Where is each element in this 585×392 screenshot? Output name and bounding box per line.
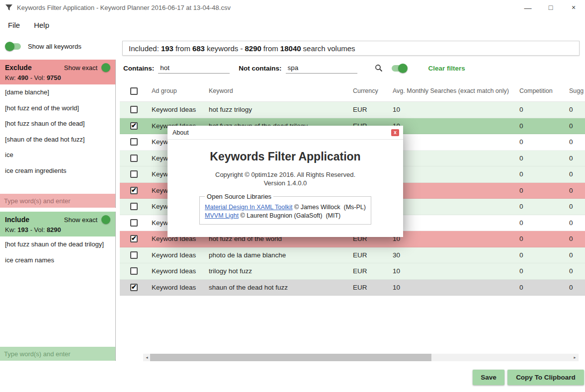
horizontal-scrollbar[interactable]: ◄ ►	[143, 354, 579, 361]
row-checkbox[interactable]: ✔	[130, 187, 138, 194]
include-show-exact-toggle[interactable]	[101, 215, 110, 224]
table-row[interactable]: Keyword Ideas trilogy hot fuzz EUR 10 0 …	[120, 263, 585, 280]
close-button[interactable]: ×	[562, 0, 585, 15]
cell-suggested: 0	[569, 219, 585, 227]
cell-ad-group: Keyword Ideas	[152, 284, 209, 291]
not-contains-input[interactable]	[286, 63, 357, 74]
exclude-input[interactable]	[0, 194, 115, 208]
column-header-keyword[interactable]: Keyword	[209, 87, 353, 94]
maximize-button[interactable]: □	[539, 0, 562, 15]
show-all-keywords-toggle[interactable]	[6, 43, 21, 50]
row-checkbox[interactable]	[130, 219, 138, 227]
cell-currency: EUR	[353, 106, 393, 113]
exclude-list-item[interactable]: [shaun of the dead hot fuzz]	[0, 132, 115, 148]
cell-competition: 0	[519, 251, 569, 259]
row-checkbox-cell	[120, 203, 152, 210]
row-checkbox[interactable]	[130, 106, 138, 113]
row-checkbox[interactable]: ✔	[130, 122, 138, 130]
row-checkbox-cell	[120, 219, 152, 227]
clear-filters-link[interactable]: Clear filters	[428, 65, 465, 72]
table-header: Ad group Keyword Currency Avg. Monthly S…	[120, 80, 585, 102]
cell-keyword: shaun of the dead hot fuzz	[209, 284, 353, 291]
include-panel: Include Show exact Kw: 193 - Vol: 8290 […	[0, 212, 116, 361]
exclude-list-item[interactable]: [hot fuzz shaun of the dead]	[0, 116, 115, 132]
row-checkbox[interactable]: ✔	[130, 235, 138, 242]
exclude-list-item[interactable]: ice	[0, 147, 115, 163]
select-all-checkbox[interactable]	[130, 87, 138, 95]
material-design-toolkit-link[interactable]: Material Design In XAML Toolkit	[205, 204, 292, 211]
status-prefix: Included:	[129, 44, 159, 53]
row-checkbox-cell	[120, 106, 152, 113]
column-header-ad-group[interactable]: Ad group	[152, 87, 209, 94]
save-button[interactable]: Save	[473, 370, 504, 385]
scroll-right-arrow-icon[interactable]: ►	[571, 354, 579, 361]
exclude-list-item[interactable]: [hot fuzz end of the world]	[0, 100, 115, 116]
exclude-panel: Exclude Show exact Kw: 490 - Vol: 9750 […	[0, 60, 116, 208]
row-checkbox[interactable]	[130, 138, 138, 146]
app-window: Keywords Filter Application - Keyword Pl…	[0, 0, 585, 392]
cell-competition: 0	[519, 170, 569, 178]
exclude-list-item[interactable]: ice cream ingredients	[0, 163, 115, 179]
scrollbar-thumb[interactable]	[150, 354, 431, 361]
header-checkbox-cell	[120, 87, 152, 95]
cell-suggested: 0	[569, 155, 585, 162]
scroll-left-arrow-icon[interactable]: ◄	[143, 354, 151, 361]
funnel-filter-icon	[5, 3, 13, 11]
cell-ad-group: Keyword Ideas	[152, 251, 209, 259]
table-row[interactable]: ✔ Keyword Ideas shaun of the dead hot fu…	[120, 280, 585, 296]
not-contains-label: Not contains:	[239, 65, 281, 72]
table-row[interactable]: Keyword Ideas photo de la dame blanche E…	[120, 247, 585, 264]
exclude-stats: Kw: 490 - Vol: 9750	[5, 74, 110, 81]
row-checkbox[interactable]	[130, 251, 138, 259]
open-source-libraries-title: Open Source Libraries	[205, 193, 273, 200]
status-vol-total: 18040	[280, 44, 301, 53]
column-header-competition[interactable]: Competition	[519, 87, 569, 94]
cell-searches: 10	[393, 235, 519, 242]
row-checkbox[interactable]	[130, 267, 138, 275]
menu-file[interactable]: File	[1, 18, 27, 32]
filter-row: Contains: Not contains: Clear filters	[123, 62, 465, 75]
include-panel-header: Include Show exact Kw: 193 - Vol: 8290	[0, 212, 115, 236]
filter-toggle[interactable]	[392, 65, 407, 72]
exclude-list-item[interactable]: [dame blanche]	[0, 84, 115, 100]
contains-input[interactable]	[158, 63, 230, 74]
exclude-show-exact-label: Show exact	[64, 64, 97, 72]
cell-suggested: 0	[569, 170, 585, 178]
status-suffix: search volumes	[303, 44, 355, 53]
open-source-libraries-box: Open Source Libraries Material Design In…	[199, 193, 371, 225]
include-list-item[interactable]: [hot fuzz shaun of the dead trilogy]	[0, 236, 115, 252]
cell-searches: 10	[393, 284, 519, 291]
table-row[interactable]: Keyword Ideas hot fuzz trilogy EUR 10 0 …	[120, 102, 585, 118]
cell-competition: 0	[519, 155, 569, 162]
row-checkbox[interactable]	[130, 203, 138, 210]
row-checkbox[interactable]	[130, 170, 138, 178]
cell-suggested: 0	[569, 235, 585, 242]
cell-suggested: 0	[569, 187, 585, 194]
cell-searches: 10	[393, 122, 519, 130]
include-list-item[interactable]: ice cream names	[0, 252, 115, 268]
column-header-currency[interactable]: Currency	[353, 87, 393, 94]
row-checkbox-cell	[120, 155, 152, 162]
exclude-show-exact-toggle[interactable]	[101, 63, 110, 72]
library-credit: © Laurent Bugnion (GalaSoft) (MIT)	[239, 212, 340, 219]
menu-help[interactable]: Help	[27, 18, 56, 32]
cell-competition: 0	[519, 122, 569, 130]
column-header-searches[interactable]: Avg. Monthly Searches (exact match only)	[393, 87, 519, 94]
cell-competition: 0	[519, 106, 569, 113]
minimize-button[interactable]: —	[516, 0, 539, 15]
search-icon[interactable]	[374, 64, 383, 73]
copy-to-clipboard-button[interactable]: Copy To Clipboard	[507, 370, 584, 385]
column-header-suggested[interactable]: Sugg	[569, 87, 585, 94]
library-credit: © James Willock (Ms-PL)	[293, 204, 366, 211]
menu-bar: File Help	[0, 15, 585, 35]
about-close-button[interactable]: x	[391, 129, 399, 136]
about-dialog-title: About	[172, 129, 189, 136]
library-line: MVVM Light © Laurent Bugnion (GalaSoft) …	[205, 212, 366, 220]
row-checkbox[interactable]: ✔	[130, 284, 138, 291]
mvvm-light-link[interactable]: MVVM Light	[205, 212, 239, 219]
cell-competition: 0	[519, 138, 569, 146]
row-checkbox[interactable]	[130, 155, 138, 162]
cell-competition: 0	[519, 203, 569, 210]
about-dialog-titlebar: About x	[167, 126, 403, 140]
include-input[interactable]	[0, 347, 115, 361]
